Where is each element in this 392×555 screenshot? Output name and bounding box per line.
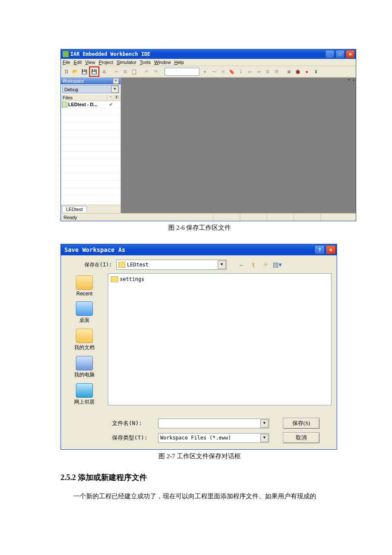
config-value: Debug (64, 87, 78, 92)
chevron-down-icon: ▼ (260, 434, 268, 442)
save-in-value: LEDtest (127, 262, 149, 268)
bookmark-next-icon[interactable]: ↧ (236, 67, 245, 76)
sidebar-item-documents[interactable]: 我的文档 (65, 327, 104, 354)
chevron-down-icon: ▼ (260, 419, 268, 428)
sidebar-item-recent[interactable]: Recent (65, 274, 104, 299)
editor-area: ▾ × (121, 78, 356, 213)
body-paragraph: 一个新的工程已经建立成功了，现在可以向工程里面添加程序文件。如果用户有现成的 (61, 490, 339, 503)
dialog-titlebar: Save Workspace As ? ✕ (61, 244, 337, 255)
figure-caption-1: 图 2-6 保存工作区文件 (61, 224, 339, 232)
back-icon[interactable]: ← (237, 260, 246, 269)
file-tree-item[interactable]: LEDtest - D... ✔ (61, 101, 121, 108)
filetype-value: Workspace Files (*.eww) (160, 435, 231, 441)
sidebar-net-label: 网上邻居 (74, 399, 95, 405)
app-icon (63, 51, 69, 57)
menu-simulator[interactable]: Simulator (117, 60, 136, 65)
project-icon (62, 102, 67, 107)
menu-file[interactable]: File (63, 60, 70, 65)
menubar: File Edit View Project Simulator Tools W… (61, 59, 356, 66)
menu-tools[interactable]: Tools (140, 60, 151, 65)
places-sidebar: Recent 桌面 我的文档 我的电脑 网上邻居 (61, 273, 108, 408)
workspace-tab[interactable]: LEDtest (62, 206, 87, 212)
new-folder-icon[interactable]: ✳ (261, 260, 270, 269)
desktop-icon (76, 301, 93, 316)
make-icon[interactable]: ⚒ (272, 67, 281, 76)
workspace-label: Workspace (63, 79, 84, 84)
menu-window[interactable]: Window (154, 60, 171, 65)
sidebar-desktop-label: 桌面 (79, 317, 89, 323)
figure-caption-2: 图 2-7 工作区文件保存对话框 (61, 452, 339, 460)
menu-view[interactable]: View (85, 60, 95, 65)
filetype-dropdown[interactable]: Workspace Files (*.eww) ▼ (158, 433, 269, 443)
breakpoint-icon[interactable]: ● (303, 67, 311, 76)
find-next-icon[interactable]: ⤳ (210, 67, 218, 76)
config-dropdown[interactable]: Debug ▼ (62, 85, 119, 93)
editor-close-icon[interactable]: × (352, 78, 355, 83)
file-tree: LEDtest - D... ✔ (61, 101, 121, 205)
ide-titlebar: IAR Embedded Workbench IDE _ □ ✕ (61, 49, 356, 59)
chevron-down-icon: ▼ (218, 260, 226, 269)
save-button[interactable]: 保存(S) (283, 418, 320, 429)
documents-icon (76, 329, 93, 343)
cut-icon[interactable]: ✂ (112, 67, 121, 76)
editor-menu-icon[interactable]: ▾ (348, 78, 350, 82)
help-button[interactable]: ? (314, 245, 325, 254)
redo-icon[interactable]: ↷ (151, 67, 160, 76)
compile-icon[interactable]: ⚙ (263, 67, 272, 76)
copy-icon[interactable]: ⧉ (121, 67, 130, 76)
debug-icon[interactable]: 🐞 (294, 67, 302, 76)
nav-back-icon[interactable]: ⇐ (245, 67, 254, 76)
sidebar-recent-label: Recent (76, 291, 92, 297)
bookmark-icon[interactable]: 🔖 (228, 67, 236, 76)
files-header-label: Files (61, 95, 107, 101)
status-text: Ready (61, 215, 213, 220)
list-item[interactable]: settings (111, 276, 329, 282)
up-folder-icon[interactable]: ⮬ (249, 260, 258, 269)
col-2-icon: ⚬ (107, 95, 114, 101)
col-3-icon: ◧ (114, 95, 121, 101)
file-item-label: LEDtest - D... (68, 102, 97, 107)
save-in-label: 保存在(I): (80, 261, 112, 269)
sidebar-item-desktop[interactable]: 桌面 (65, 300, 104, 327)
dialog-bottom: 文件名(N): ▼ 保存(S) 保存类型(T): Workspace Files… (61, 411, 337, 449)
maximize-button[interactable]: □ (335, 50, 345, 58)
file-list-pane[interactable]: settings (108, 273, 331, 405)
nav-fwd-icon[interactable]: ⇒ (254, 67, 263, 76)
undo-icon[interactable]: ↶ (142, 67, 151, 76)
stop-icon[interactable]: ⏹ (285, 67, 293, 76)
workspace-title: Workspace × (61, 78, 121, 84)
save-icon[interactable]: 💾 (80, 67, 89, 76)
save-in-dropdown[interactable]: LEDtest ▼ (116, 260, 227, 270)
menu-help[interactable]: Help (174, 60, 184, 65)
network-icon (76, 383, 93, 398)
view-menu-icon[interactable]: ▤▾ (273, 260, 282, 269)
find-prev-icon[interactable]: ⤲ (219, 67, 227, 76)
dropdown-icon[interactable]: ▾ (201, 67, 209, 76)
filename-input[interactable]: ▼ (158, 419, 269, 428)
folder-icon (111, 276, 118, 282)
search-input[interactable] (164, 68, 199, 76)
recent-folder-icon (76, 275, 93, 290)
new-file-icon[interactable]: 🗋 (62, 67, 71, 76)
dialog-close-button[interactable]: ✕ (326, 245, 336, 254)
open-file-icon[interactable]: 📂 (71, 67, 80, 76)
dialog-title: Save Workspace As (63, 246, 314, 253)
minimize-button[interactable]: _ (325, 50, 334, 58)
cancel-button[interactable]: 取消 (283, 432, 320, 443)
print-icon[interactable]: 🖶 (100, 67, 108, 76)
close-button[interactable]: ✕ (346, 50, 355, 58)
panel-close-icon[interactable]: × (113, 78, 119, 84)
sidebar-item-computer[interactable]: 我的电脑 (65, 355, 104, 381)
menu-project[interactable]: Project (98, 60, 113, 65)
paste-icon[interactable]: 📋 (130, 67, 138, 76)
file-item-check: ✔ (108, 102, 114, 107)
toolbar: 🗋 📂 💾 💾 🖶 ✂ ⧉ 📋 ↶ ↷ ▾ ⤳ ⤲ 🔖 ↧ ⇐ ⇒ ⚙ ⚒ ⏹ (61, 66, 356, 78)
workspace-panel: Workspace × Debug ▼ Files ⚬ ◧ LEDtest - … (61, 78, 121, 213)
sidebar-item-network[interactable]: 网上邻居 (65, 382, 104, 408)
save-all-icon[interactable]: 💾 (89, 66, 99, 77)
menu-edit[interactable]: Edit (74, 60, 82, 65)
download-icon[interactable]: ⬇ (311, 67, 320, 76)
save-dialog: Save Workspace As ? ✕ 保存在(I): LEDtest ▼ … (61, 244, 337, 450)
nav-icons: ← ⮬ ✳ ▤▾ (237, 260, 282, 269)
sidebar-pc-label: 我的电脑 (74, 372, 95, 378)
